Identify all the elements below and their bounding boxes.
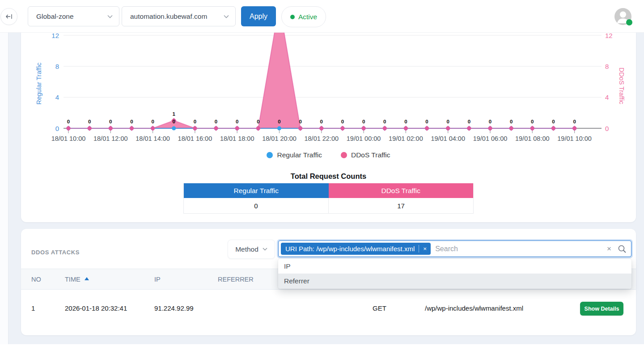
column-header-ip[interactable]: IP (154, 269, 161, 289)
ddos-point (87, 126, 92, 131)
ddos-traffic-line (68, 32, 575, 128)
point-label: 0 (215, 119, 217, 124)
point-label: 0 (341, 119, 344, 124)
ddos-point (213, 126, 219, 131)
chart-legend: Regular Traffic DDoS Traffic (21, 151, 636, 159)
point-label: 1 (173, 111, 176, 117)
x-tick-label: 19/01 04:00 (431, 135, 465, 142)
point-label: 0 (320, 119, 323, 124)
ddos-point (150, 126, 156, 131)
x-tick-label: 18/01 22:00 (304, 135, 339, 142)
point-label: 0 (425, 119, 428, 124)
ddos-point (445, 126, 451, 131)
legend-dot-pink-icon (341, 152, 347, 158)
ddos-point (487, 126, 493, 131)
show-details-button[interactable]: Show Details (580, 302, 623, 316)
point-label: 0 (194, 119, 196, 124)
ddos-point (192, 126, 198, 131)
search-icon[interactable] (618, 244, 627, 253)
x-tick-label: 19/01 02:00 (389, 135, 423, 142)
clear-search-icon[interactable]: × (607, 244, 611, 253)
right-axis-title: DDoS Traffic (618, 67, 625, 104)
legend-dot-blue-icon (267, 152, 273, 158)
point-label: 0 (88, 119, 91, 124)
dropdown-option-referrer[interactable]: Referrer (278, 274, 631, 289)
regular-point (172, 126, 176, 131)
domain-select[interactable]: automation.kubewaf.com (122, 6, 236, 26)
left-axis-tick: 8 (55, 63, 59, 70)
point-label: 0 (173, 119, 175, 124)
status-label: Active (298, 13, 317, 21)
point-label: 0 (299, 119, 301, 124)
ddos-point (382, 126, 387, 131)
totals-title: Total Request Counts (21, 172, 636, 181)
left-axis-tick: 12 (51, 32, 59, 39)
cell-no: 1 (31, 290, 35, 326)
ddos-point (572, 126, 577, 131)
ddos-point (319, 126, 324, 131)
point-label: 0 (552, 119, 555, 124)
filter-tag-label: URI Path: /wp/wp-includes/wlwmanifest.xm… (285, 245, 415, 253)
x-tick-label: 18/01 12:00 (93, 135, 128, 142)
totals-value-regular: 0 (184, 198, 329, 213)
point-label: 0 (130, 119, 133, 124)
search-input[interactable]: URI Path: /wp/wp-includes/wlwmanifest.xm… (278, 240, 631, 257)
x-tick-label: 18/01 20:00 (262, 135, 297, 142)
ddos-point (108, 126, 113, 131)
column-header-time[interactable]: TIME (65, 269, 89, 289)
point-label: 0 (383, 119, 386, 124)
column-header-referrer[interactable]: REFERRER (218, 269, 254, 289)
point-label: 0 (151, 119, 154, 124)
point-label: 0 (257, 119, 259, 124)
panel-title: DDOS ATTACKS (31, 249, 80, 256)
left-axis-tick: 4 (55, 93, 59, 101)
point-label: 0 (67, 119, 70, 124)
sidebar-edge (0, 0, 8, 344)
remove-tag-icon[interactable]: × (419, 245, 431, 252)
totals-header-ddos: DDoS Traffic (329, 183, 474, 198)
user-avatar[interactable] (614, 8, 631, 25)
ddos-point (551, 126, 556, 131)
point-label: 0 (278, 119, 280, 124)
point-label: 0 (489, 119, 491, 124)
ddos-point (340, 126, 345, 131)
chevron-down-icon (107, 15, 113, 18)
x-tick-label: 18/01 18:00 (220, 135, 254, 142)
x-tick-label: 18/01 14:00 (136, 135, 170, 142)
legend-item-regular-traffic[interactable]: Regular Traffic (267, 151, 322, 159)
ddos-point (466, 126, 472, 131)
regular-point (277, 126, 281, 131)
top-header-bar: Global-zone automation.kubewaf.com Apply… (0, 0, 644, 33)
dropdown-option-ip[interactable]: IP (278, 259, 631, 274)
apply-button[interactable]: Apply (241, 6, 276, 26)
domain-select-value: automation.kubewaf.com (130, 13, 207, 21)
zone-select-value: Global-zone (36, 13, 74, 21)
x-tick-label: 19/01 00:00 (347, 135, 381, 142)
sidebar-collapse-button[interactable] (0, 8, 17, 25)
traffic-chart: 0044881212Regular TrafficDDoS Traffic18/… (21, 32, 636, 145)
status-dot-icon (290, 15, 295, 19)
sort-ascending-icon[interactable] (85, 277, 89, 280)
ddos-area (68, 32, 575, 128)
column-header-no[interactable]: NO (31, 269, 41, 289)
ddos-point (361, 126, 366, 131)
cell-method: GET (373, 290, 386, 326)
point-label: 0 (109, 119, 112, 124)
left-axis-tick: 0 (55, 125, 59, 132)
legend-label: Regular Traffic (277, 151, 322, 159)
legend-label: DDoS Traffic (351, 151, 390, 159)
zone-select[interactable]: Global-zone (28, 6, 119, 26)
ddos-point (424, 126, 430, 131)
point-label: 0 (531, 119, 534, 124)
point-label: 0 (362, 119, 365, 124)
x-tick-label: 18/01 10:00 (51, 135, 86, 142)
method-filter-select[interactable]: Method (228, 240, 275, 259)
right-axis-tick: 8 (605, 63, 609, 70)
point-label: 0 (404, 119, 407, 124)
legend-item-ddos-traffic[interactable]: DDoS Traffic (341, 151, 390, 159)
chevron-down-icon (263, 248, 267, 251)
ddos-point (129, 126, 135, 131)
search-field-dropdown: IP Referrer (278, 259, 631, 289)
ddos-point (530, 126, 535, 131)
ddos-point (403, 126, 408, 131)
